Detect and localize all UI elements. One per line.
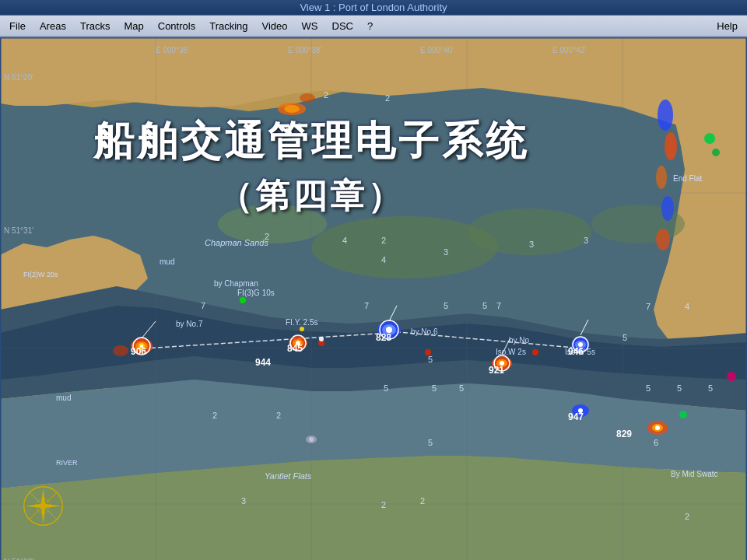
svg-text:by No.6: by No.6 — [411, 327, 438, 336]
help-button[interactable]: Help — [710, 19, 744, 33]
menu-ws[interactable]: WS — [296, 19, 324, 33]
svg-text:3: 3 — [241, 496, 246, 506]
svg-text:829: 829 — [616, 429, 632, 439]
svg-text:End Flat: End Flat — [673, 174, 702, 183]
svg-text:3: 3 — [444, 247, 448, 257]
svg-text:2: 2 — [212, 411, 217, 420]
svg-point-60 — [679, 411, 687, 418]
menu-areas[interactable]: Areas — [33, 19, 72, 33]
menu-question[interactable]: ? — [361, 19, 379, 33]
svg-marker-141 — [41, 507, 46, 523]
svg-text:by Chapman: by Chapman — [214, 279, 258, 288]
svg-point-58 — [704, 133, 715, 144]
svg-point-54 — [665, 132, 677, 160]
svg-point-65 — [113, 345, 128, 356]
svg-text:Yantlet Flats: Yantlet Flats — [265, 471, 312, 481]
map-svg: 3 2 2 2 2 2 2 3 3 5 5 5 5 7 7 5 5 7 5 7 … — [0, 37, 747, 560]
svg-point-136 — [319, 337, 324, 341]
svg-text:N 51°31': N 51°31' — [4, 226, 33, 235]
svg-text:7: 7 — [201, 301, 205, 310]
menu-video[interactable]: Video — [256, 19, 294, 33]
svg-text:mud: mud — [160, 257, 174, 266]
svg-text:5: 5 — [428, 355, 433, 364]
title-bar: View 1 : Port of London Authority — [0, 0, 747, 16]
svg-text:921: 921 — [489, 365, 504, 376]
svg-text:5: 5 — [432, 383, 437, 393]
svg-text:5: 5 — [622, 333, 627, 342]
svg-text:2: 2 — [420, 496, 425, 506]
svg-text:5: 5 — [482, 301, 487, 310]
svg-text:7: 7 — [496, 301, 501, 310]
svg-text:2: 2 — [385, 93, 390, 103]
svg-line-146 — [30, 492, 43, 506]
svg-text:FI.Y. 2.5s: FI.Y. 2.5s — [286, 318, 318, 327]
svg-text:3: 3 — [297, 121, 302, 131]
svg-text:828: 828 — [376, 332, 391, 343]
svg-text:2: 2 — [324, 90, 328, 100]
svg-text:906: 906 — [131, 346, 146, 357]
svg-text:5: 5 — [444, 301, 448, 310]
svg-text:3: 3 — [584, 236, 588, 245]
svg-text:RIVER: RIVER — [56, 459, 78, 467]
svg-text:2: 2 — [381, 500, 386, 509]
svg-text:hy No: hy No — [509, 336, 530, 345]
svg-text:6: 6 — [654, 438, 658, 447]
svg-text:7: 7 — [364, 301, 369, 310]
svg-text:3: 3 — [529, 240, 534, 249]
svg-point-53 — [658, 100, 673, 131]
svg-text:E 000°36': E 000°36' — [156, 46, 189, 54]
svg-point-56 — [661, 196, 674, 221]
svg-text:2: 2 — [685, 512, 689, 521]
svg-text:2: 2 — [276, 411, 281, 420]
svg-text:E 000°38': E 000°38' — [288, 46, 321, 54]
title-text: View 1 : Port of London Authority — [300, 2, 447, 13]
menu-tracks[interactable]: Tracks — [74, 19, 117, 33]
map-container: 3 2 2 2 2 2 2 3 3 5 5 5 5 7 7 5 5 7 5 7 … — [0, 37, 747, 560]
svg-point-59 — [712, 149, 720, 156]
svg-point-134 — [240, 297, 246, 303]
svg-text:E 000°40': E 000°40' — [420, 46, 454, 54]
svg-text:947: 947 — [568, 411, 584, 422]
svg-text:2: 2 — [381, 236, 386, 245]
svg-point-47 — [655, 425, 660, 430]
svg-text:FI(2)W 20s: FI(2)W 20s — [23, 271, 58, 278]
svg-point-64 — [532, 349, 538, 355]
svg-point-52 — [300, 93, 315, 103]
svg-text:Iso.W 2s: Iso.W 2s — [496, 348, 526, 356]
svg-text:946: 946 — [568, 346, 584, 357]
svg-text:845: 845 — [287, 343, 303, 354]
compass-rose — [22, 485, 65, 527]
svg-text:5: 5 — [384, 383, 388, 393]
svg-text:4: 4 — [685, 302, 689, 311]
svg-text:5: 5 — [428, 438, 433, 447]
svg-marker-142 — [26, 504, 42, 509]
svg-point-135 — [300, 327, 304, 331]
svg-point-49 — [309, 437, 314, 442]
svg-point-147 — [40, 503, 46, 509]
menu-map[interactable]: Map — [117, 19, 149, 33]
svg-point-57 — [656, 229, 670, 250]
svg-point-51 — [284, 105, 300, 113]
svg-text:N 51°20': N 51°20' — [4, 73, 33, 82]
menu-bar: File Areas Tracks Map Controls Tracking … — [0, 16, 747, 37]
svg-text:5: 5 — [677, 383, 682, 393]
svg-text:Chapman Sands: Chapman Sands — [205, 238, 268, 247]
svg-marker-139 — [41, 488, 46, 505]
menu-controls[interactable]: Controls — [152, 19, 202, 33]
svg-text:5: 5 — [708, 383, 713, 393]
svg-point-61 — [727, 372, 736, 381]
svg-text:By Mid Swatc: By Mid Swatc — [671, 470, 718, 478]
svg-marker-140 — [44, 504, 61, 509]
svg-text:FI(3)G 10s: FI(3)G 10s — [237, 289, 275, 297]
svg-text:mud: mud — [56, 394, 71, 402]
svg-text:5: 5 — [646, 383, 651, 393]
svg-text:E 000°42': E 000°42' — [552, 46, 586, 54]
svg-text:944: 944 — [255, 357, 271, 368]
svg-text:4: 4 — [381, 255, 386, 264]
menu-file[interactable]: File — [3, 19, 32, 33]
svg-text:4: 4 — [342, 236, 347, 245]
menu-dsc[interactable]: DSC — [326, 19, 359, 33]
menu-tracking[interactable]: Tracking — [203, 19, 254, 33]
svg-text:7: 7 — [646, 302, 651, 311]
svg-text:5: 5 — [459, 383, 464, 393]
